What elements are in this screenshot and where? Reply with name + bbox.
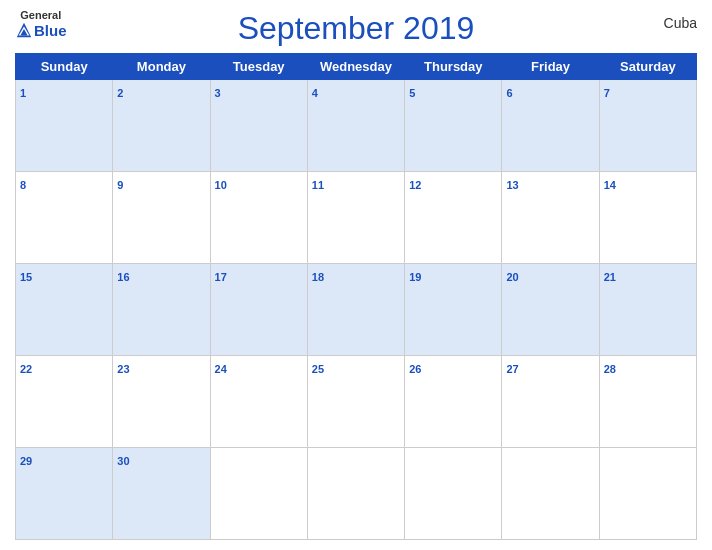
calendar-cell: 18 bbox=[307, 264, 404, 356]
calendar-cell: 24 bbox=[210, 356, 307, 448]
calendar-week-row: 891011121314 bbox=[16, 172, 697, 264]
calendar-cell: 26 bbox=[405, 356, 502, 448]
calendar-cell: 25 bbox=[307, 356, 404, 448]
weekday-header-saturday: Saturday bbox=[599, 54, 696, 80]
month-title: September 2019 bbox=[238, 10, 475, 47]
calendar-cell: 1 bbox=[16, 80, 113, 172]
weekday-header-row: SundayMondayTuesdayWednesdayThursdayFrid… bbox=[16, 54, 697, 80]
weekday-header-friday: Friday bbox=[502, 54, 599, 80]
day-number: 14 bbox=[604, 179, 616, 191]
logo-blue-text: Blue bbox=[15, 21, 67, 39]
weekday-header-wednesday: Wednesday bbox=[307, 54, 404, 80]
calendar-cell bbox=[502, 448, 599, 540]
calendar-cell: 5 bbox=[405, 80, 502, 172]
calendar-cell: 4 bbox=[307, 80, 404, 172]
calendar-cell: 6 bbox=[502, 80, 599, 172]
day-number: 19 bbox=[409, 271, 421, 283]
calendar-cell: 19 bbox=[405, 264, 502, 356]
day-number: 27 bbox=[506, 363, 518, 375]
day-number: 24 bbox=[215, 363, 227, 375]
calendar-cell: 27 bbox=[502, 356, 599, 448]
day-number: 12 bbox=[409, 179, 421, 191]
calendar-cell: 23 bbox=[113, 356, 210, 448]
calendar-cell: 28 bbox=[599, 356, 696, 448]
calendar-cell: 10 bbox=[210, 172, 307, 264]
day-number: 21 bbox=[604, 271, 616, 283]
day-number: 23 bbox=[117, 363, 129, 375]
calendar-cell: 14 bbox=[599, 172, 696, 264]
calendar-cell: 29 bbox=[16, 448, 113, 540]
calendar-cell bbox=[599, 448, 696, 540]
day-number: 16 bbox=[117, 271, 129, 283]
day-number: 11 bbox=[312, 179, 324, 191]
calendar-cell: 21 bbox=[599, 264, 696, 356]
calendar-cell: 8 bbox=[16, 172, 113, 264]
day-number: 8 bbox=[20, 179, 26, 191]
weekday-header-monday: Monday bbox=[113, 54, 210, 80]
day-number: 7 bbox=[604, 87, 610, 99]
calendar-week-row: 22232425262728 bbox=[16, 356, 697, 448]
calendar-cell: 20 bbox=[502, 264, 599, 356]
day-number: 20 bbox=[506, 271, 518, 283]
day-number: 25 bbox=[312, 363, 324, 375]
day-number: 4 bbox=[312, 87, 318, 99]
calendar-cell: 15 bbox=[16, 264, 113, 356]
weekday-header-tuesday: Tuesday bbox=[210, 54, 307, 80]
calendar-week-row: 15161718192021 bbox=[16, 264, 697, 356]
calendar-cell bbox=[405, 448, 502, 540]
day-number: 30 bbox=[117, 455, 129, 467]
calendar-cell: 22 bbox=[16, 356, 113, 448]
logo-general-text: General bbox=[20, 10, 61, 21]
calendar-cell: 7 bbox=[599, 80, 696, 172]
day-number: 26 bbox=[409, 363, 421, 375]
day-number: 3 bbox=[215, 87, 221, 99]
day-number: 28 bbox=[604, 363, 616, 375]
day-number: 29 bbox=[20, 455, 32, 467]
calendar-table: SundayMondayTuesdayWednesdayThursdayFrid… bbox=[15, 53, 697, 540]
day-number: 6 bbox=[506, 87, 512, 99]
day-number: 9 bbox=[117, 179, 123, 191]
weekday-header-sunday: Sunday bbox=[16, 54, 113, 80]
day-number: 1 bbox=[20, 87, 26, 99]
calendar-cell: 13 bbox=[502, 172, 599, 264]
calendar-cell bbox=[307, 448, 404, 540]
calendar-week-row: 1234567 bbox=[16, 80, 697, 172]
calendar-cell: 30 bbox=[113, 448, 210, 540]
calendar-cell: 9 bbox=[113, 172, 210, 264]
calendar-cell: 17 bbox=[210, 264, 307, 356]
weekday-header-thursday: Thursday bbox=[405, 54, 502, 80]
calendar-cell: 3 bbox=[210, 80, 307, 172]
day-number: 22 bbox=[20, 363, 32, 375]
country-label: Cuba bbox=[664, 15, 697, 31]
day-number: 2 bbox=[117, 87, 123, 99]
logo-icon bbox=[15, 21, 33, 39]
calendar-header: General Blue September 2019 Cuba bbox=[15, 10, 697, 47]
day-number: 13 bbox=[506, 179, 518, 191]
day-number: 17 bbox=[215, 271, 227, 283]
calendar-cell: 16 bbox=[113, 264, 210, 356]
day-number: 15 bbox=[20, 271, 32, 283]
day-number: 18 bbox=[312, 271, 324, 283]
day-number: 10 bbox=[215, 179, 227, 191]
logo: General Blue bbox=[15, 10, 67, 39]
calendar-week-row: 2930 bbox=[16, 448, 697, 540]
calendar-cell bbox=[210, 448, 307, 540]
calendar-cell: 2 bbox=[113, 80, 210, 172]
day-number: 5 bbox=[409, 87, 415, 99]
calendar-cell: 11 bbox=[307, 172, 404, 264]
calendar-cell: 12 bbox=[405, 172, 502, 264]
